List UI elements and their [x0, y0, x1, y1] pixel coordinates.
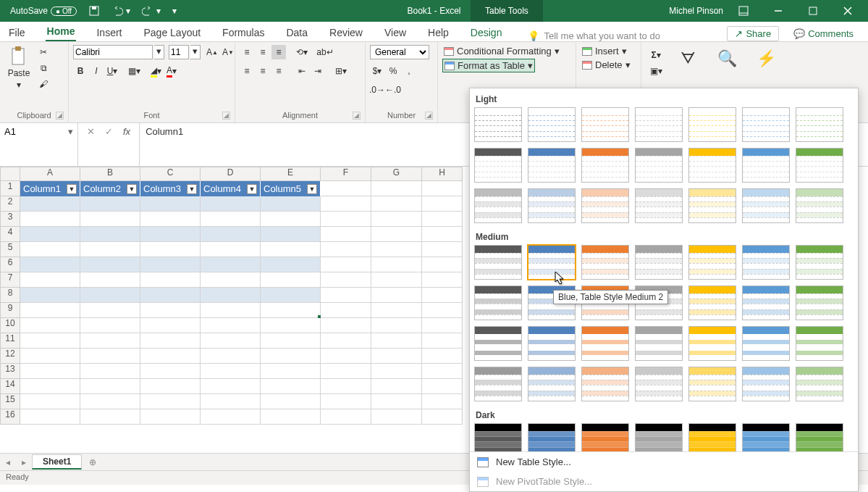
cell[interactable] [80, 349, 140, 364]
table-style-thumbnail[interactable] [796, 148, 843, 183]
cell[interactable] [140, 318, 201, 333]
cell[interactable] [201, 303, 261, 318]
table-style-thumbnail[interactable] [742, 148, 790, 183]
table-style-thumbnail[interactable] [688, 326, 736, 361]
cell[interactable] [80, 212, 140, 227]
row-header[interactable]: 2 [0, 196, 20, 212]
cell[interactable] [422, 212, 463, 227]
cell[interactable] [201, 409, 261, 425]
cell[interactable] [321, 409, 371, 425]
cell[interactable] [140, 379, 201, 394]
row-header[interactable]: 6 [0, 257, 20, 272]
cell[interactable] [261, 318, 321, 333]
cell[interactable] [201, 394, 261, 409]
font-size-combo[interactable] [169, 45, 189, 59]
table-style-thumbnail[interactable] [474, 245, 522, 280]
table-style-thumbnail[interactable] [581, 423, 629, 451]
table-style-thumbnail[interactable] [796, 107, 843, 142]
cell[interactable] [321, 257, 371, 272]
cell[interactable] [20, 242, 80, 257]
cell[interactable] [80, 394, 140, 409]
cell[interactable] [80, 409, 140, 425]
cell[interactable] [261, 379, 321, 394]
cell[interactable] [80, 227, 140, 242]
cell[interactable] [321, 212, 371, 227]
table-style-thumbnail[interactable] [796, 326, 843, 361]
formula-bar[interactable]: Column1 [146, 126, 183, 137]
cell[interactable] [20, 272, 80, 288]
table-style-thumbnail[interactable] [688, 245, 736, 280]
cell[interactable] [422, 196, 463, 212]
cell[interactable] [261, 272, 321, 288]
table-style-thumbnail[interactable] [528, 367, 576, 401]
column-header[interactable]: H [422, 167, 463, 181]
cell[interactable] [371, 272, 422, 288]
table-style-thumbnail[interactable] [796, 188, 843, 223]
cell[interactable] [321, 379, 371, 394]
cell[interactable] [422, 303, 463, 318]
align-bottom-button[interactable]: ≡ [271, 45, 286, 59]
cell[interactable] [201, 318, 261, 333]
column-header[interactable]: E [261, 167, 321, 181]
cell[interactable] [422, 409, 463, 425]
cut-button[interactable]: ✂ [36, 45, 51, 59]
cell[interactable] [80, 379, 140, 394]
column-header[interactable]: B [80, 167, 140, 181]
table-style-thumbnail[interactable] [796, 245, 843, 280]
tab-view[interactable]: View [383, 24, 408, 41]
table-style-thumbnail[interactable] [796, 285, 843, 320]
qat-customize[interactable]: ▾ [168, 4, 181, 17]
wrap-text-button[interactable]: ab↵ [318, 45, 332, 59]
cell[interactable] [140, 212, 201, 227]
accounting-format-button[interactable]: $▾ [370, 64, 384, 78]
format-painter-button[interactable]: 🖌 [36, 77, 51, 91]
cell[interactable] [422, 379, 463, 394]
cell[interactable] [140, 333, 201, 349]
table-style-thumbnail[interactable] [742, 285, 790, 320]
cell[interactable] [80, 333, 140, 349]
cell[interactable] [20, 196, 80, 212]
cell[interactable] [20, 303, 80, 318]
align-top-button[interactable]: ≡ [240, 45, 254, 59]
cell[interactable] [422, 272, 463, 288]
cell[interactable] [140, 409, 201, 425]
table-style-thumbnail[interactable] [581, 107, 629, 142]
cell[interactable] [371, 181, 422, 196]
name-box[interactable] [0, 123, 64, 140]
font-dialog-launcher[interactable]: ◢ [222, 112, 230, 120]
cell[interactable] [371, 364, 422, 379]
save-button[interactable] [84, 4, 104, 18]
cell[interactable]: Column4▼ [201, 181, 261, 196]
increase-decimal-button[interactable]: .0→ [370, 83, 384, 97]
cell[interactable] [261, 242, 321, 257]
cell[interactable] [321, 303, 371, 318]
cell[interactable] [140, 303, 201, 318]
cell[interactable] [261, 394, 321, 409]
table-style-thumbnail[interactable] [528, 326, 576, 361]
cell[interactable] [20, 257, 80, 272]
row-header[interactable]: 16 [0, 409, 20, 425]
cell[interactable] [80, 272, 140, 288]
align-center-button[interactable]: ≡ [256, 64, 270, 78]
cell[interactable] [20, 288, 80, 303]
conditional-formatting-button[interactable]: Conditional Formatting ▾ [442, 45, 561, 57]
cell[interactable] [20, 227, 80, 242]
cell[interactable] [201, 212, 261, 227]
clipboard-dialog-launcher[interactable]: ◢ [56, 112, 64, 120]
cell[interactable] [422, 333, 463, 349]
cell[interactable] [201, 257, 261, 272]
decrease-decimal-button[interactable]: ←.0 [386, 83, 400, 97]
table-style-thumbnail[interactable] [581, 367, 629, 401]
cell[interactable] [261, 333, 321, 349]
row-header[interactable]: 4 [0, 227, 20, 242]
column-header[interactable]: C [140, 167, 201, 181]
font-name-dropdown[interactable]: ▾ [154, 45, 164, 59]
name-box-dropdown[interactable]: ▾ [64, 123, 77, 137]
minimize-button[interactable] [764, 0, 793, 22]
ideas-button[interactable]: ⚡ [751, 48, 780, 70]
cell[interactable] [321, 272, 371, 288]
row-header[interactable]: 10 [0, 318, 20, 333]
undo-button[interactable]: ▾ [107, 4, 135, 18]
cell[interactable] [422, 364, 463, 379]
cell[interactable] [80, 196, 140, 212]
